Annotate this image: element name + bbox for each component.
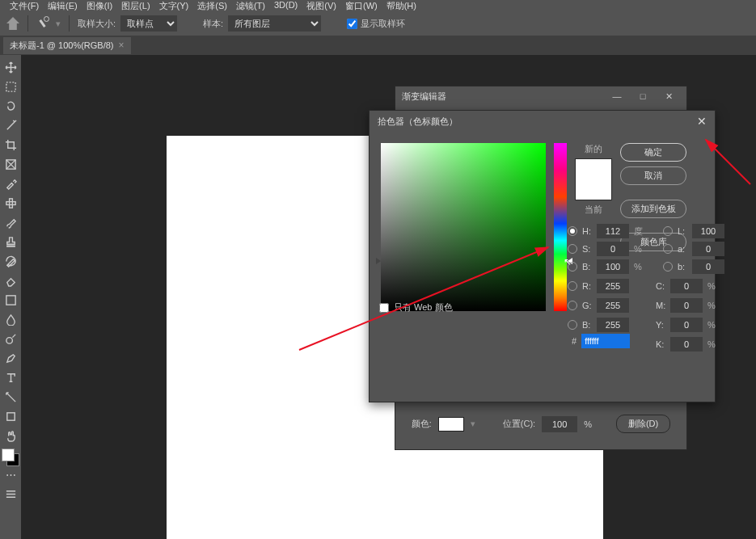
eraser-tool[interactable]: [2, 272, 19, 289]
menu-window[interactable]: 窗口(W): [342, 0, 381, 11]
gradient-tool[interactable]: [2, 291, 19, 309]
close-icon[interactable]: ×: [119, 40, 125, 51]
b-rgb-input[interactable]: [597, 318, 629, 332]
dodge-tool[interactable]: [2, 330, 19, 347]
move-tool[interactable]: [2, 58, 19, 76]
hand-tool[interactable]: [2, 427, 19, 444]
svg-rect-2: [9, 198, 12, 207]
sample-layer-select[interactable]: 所有图层: [228, 15, 321, 32]
brightness-input[interactable]: [597, 259, 629, 274]
menu-3d[interactable]: 3D(D): [271, 0, 301, 11]
menu-select[interactable]: 选择(S): [194, 0, 230, 11]
dropdown-icon[interactable]: ▾: [471, 419, 475, 429]
g-input[interactable]: [597, 298, 629, 313]
shape-tool[interactable]: [2, 407, 19, 425]
menu-view[interactable]: 视图(V): [303, 0, 340, 11]
current-color-label: 当前: [585, 204, 602, 216]
menu-filter[interactable]: 滤镜(T): [233, 0, 268, 11]
y-input[interactable]: [670, 318, 703, 332]
color-swatches[interactable]: [2, 448, 19, 474]
type-tool[interactable]: [2, 368, 19, 386]
b-hsb-radio[interactable]: [568, 262, 577, 272]
blur-tool[interactable]: [2, 310, 19, 328]
lasso-tool[interactable]: [2, 97, 19, 115]
close-icon[interactable]: ✕: [657, 89, 680, 103]
menu-image[interactable]: 图像(I): [83, 0, 116, 11]
close-icon[interactable]: ✕: [697, 115, 707, 128]
document-tab[interactable]: 未标题-1 @ 100%(RGB/8) ×: [3, 37, 131, 54]
marquee-tool[interactable]: [2, 78, 19, 95]
lab-b-input[interactable]: [692, 259, 724, 274]
h-input[interactable]: [597, 224, 629, 238]
web-only-checkbox[interactable]: 只有 Web 颜色: [379, 301, 453, 314]
menu-edit[interactable]: 编辑(E): [44, 0, 81, 11]
c-input[interactable]: [670, 279, 703, 293]
r-radio[interactable]: [568, 281, 577, 291]
stop-color-swatch[interactable]: [438, 417, 464, 432]
options-bar: ▾ 取样大小: 取样点 样本: 所有图层 显示取样环: [0, 11, 756, 36]
cmyk-inputs: C:% M:% Y:% K:%: [656, 279, 719, 352]
l-input[interactable]: [692, 224, 724, 238]
gradient-dialog-titlebar[interactable]: 渐变编辑器 — □ ✕: [395, 86, 686, 106]
svg-rect-4: [6, 295, 15, 304]
b-rgb-radio[interactable]: [568, 320, 577, 330]
m-input[interactable]: [670, 298, 703, 313]
crop-tool[interactable]: [2, 136, 19, 154]
history-brush-tool[interactable]: [2, 252, 19, 270]
wand-tool[interactable]: [2, 116, 19, 134]
path-tool[interactable]: [2, 388, 19, 406]
menu-file[interactable]: 文件(F): [6, 0, 42, 11]
l-radio[interactable]: [663, 226, 673, 236]
frame-tool[interactable]: [2, 155, 19, 173]
color-label: 颜色:: [412, 418, 432, 430]
b-lab-radio[interactable]: [663, 262, 673, 272]
menu-type[interactable]: 文字(Y): [156, 0, 192, 11]
r-input[interactable]: [597, 279, 629, 293]
svg-rect-0: [6, 82, 15, 91]
eyedropper-tool[interactable]: [2, 175, 19, 192]
a-radio[interactable]: [663, 244, 673, 254]
k-input[interactable]: [670, 337, 703, 352]
svg-point-5: [6, 337, 12, 343]
sample-size-select[interactable]: 取样点: [120, 15, 177, 32]
s-radio[interactable]: [568, 244, 577, 254]
picker-titlebar[interactable]: 拾色器（色标颜色） ✕: [370, 111, 715, 132]
a-input[interactable]: [692, 242, 724, 256]
position-unit: %: [584, 419, 592, 429]
heal-tool[interactable]: [2, 194, 19, 212]
brush-tool[interactable]: [2, 213, 19, 231]
workspace: ⋯ 渐变编辑器 — □ ✕ 颜色: ▾ 位置(C): %: [0, 55, 756, 539]
position-input[interactable]: [542, 416, 577, 432]
s-input[interactable]: [597, 242, 629, 256]
tools-panel: ⋯: [0, 55, 21, 539]
show-ring-checkbox[interactable]: 显示取样环: [347, 18, 405, 30]
delete-button[interactable]: 删除(D): [616, 415, 670, 433]
pen-tool[interactable]: [2, 349, 19, 367]
foreground-color[interactable]: [2, 448, 15, 461]
svg-rect-3: [6, 201, 15, 204]
edit-toolbar[interactable]: [2, 485, 19, 503]
eyedropper-icon[interactable]: [36, 16, 51, 31]
g-radio[interactable]: [568, 301, 577, 310]
home-icon[interactable]: [6, 17, 19, 30]
new-color-label: 新的: [585, 143, 602, 155]
show-ring-input[interactable]: [347, 19, 357, 29]
maximize-icon[interactable]: □: [631, 89, 654, 103]
saturation-brightness-field[interactable]: [381, 143, 546, 311]
h-radio[interactable]: [568, 226, 577, 236]
svg-rect-6: [6, 412, 14, 419]
hsb-lab-inputs: H:度 L: S:% a: B:% b:: [568, 224, 705, 274]
minimize-icon[interactable]: —: [606, 89, 628, 103]
menu-help[interactable]: 帮助(H): [383, 0, 420, 11]
sample-size-label: 取样大小:: [78, 18, 116, 30]
hue-slider[interactable]: [554, 143, 567, 311]
stamp-tool[interactable]: [2, 233, 19, 251]
web-only-input[interactable]: [379, 303, 389, 313]
cancel-button[interactable]: 取消: [620, 166, 686, 185]
ok-button[interactable]: 确定: [620, 143, 686, 162]
add-swatch-button[interactable]: 添加到色板: [620, 200, 686, 218]
color-preview: [575, 158, 612, 200]
menu-layer[interactable]: 图层(L): [118, 0, 153, 11]
field-indicator-icon: [376, 258, 381, 264]
hex-input[interactable]: [581, 334, 630, 348]
